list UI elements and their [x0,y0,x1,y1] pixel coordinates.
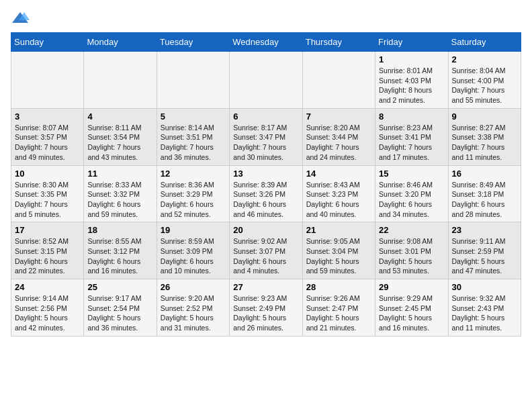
calendar-cell: 30Sunrise: 9:32 AMSunset: 2:43 PMDayligh… [448,279,521,336]
weekday-header-thursday: Thursday [302,33,375,52]
calendar-cell: 4Sunrise: 8:11 AMSunset: 3:54 PMDaylight… [84,108,157,165]
day-info: Sunrise: 9:05 AMSunset: 3:04 PMDaylight:… [306,236,371,276]
day-info: Sunrise: 8:14 AMSunset: 3:51 PMDaylight:… [161,123,226,163]
day-number: 14 [306,169,371,179]
day-info: Sunrise: 8:30 AMSunset: 3:35 PMDaylight:… [15,180,80,220]
day-number: 19 [161,225,226,235]
calendar-cell [230,52,302,109]
day-info: Sunrise: 8:01 AMSunset: 4:03 PMDaylight:… [379,66,444,105]
calendar-cell: 22Sunrise: 9:08 AMSunset: 3:01 PMDayligh… [375,222,448,279]
weekday-header-sunday: Sunday [11,33,84,52]
day-info: Sunrise: 9:14 AMSunset: 2:56 PMDaylight:… [15,293,80,333]
day-info: Sunrise: 8:17 AMSunset: 3:47 PMDaylight:… [233,123,298,163]
weekday-header-monday: Monday [84,33,157,52]
day-number: 6 [233,111,298,122]
day-number: 28 [306,282,371,292]
weekday-header-tuesday: Tuesday [157,33,229,52]
day-number: 15 [379,169,444,179]
calendar-cell: 8Sunrise: 8:23 AMSunset: 3:41 PMDaylight… [375,108,448,165]
calendar-cell: 17Sunrise: 8:52 AMSunset: 3:15 PMDayligh… [11,222,84,279]
day-number: 13 [233,169,298,179]
calendar-table: SundayMondayTuesdayWednesdayThursdayFrid… [11,32,521,336]
day-number: 8 [379,111,444,122]
calendar-cell [84,52,157,109]
day-number: 25 [87,282,152,292]
day-number: 4 [87,111,152,122]
day-number: 12 [161,169,226,179]
calendar-cell: 7Sunrise: 8:20 AMSunset: 3:44 PMDaylight… [302,108,375,165]
calendar-cell: 6Sunrise: 8:17 AMSunset: 3:47 PMDaylight… [230,108,302,165]
day-info: Sunrise: 9:11 AMSunset: 2:59 PMDaylight:… [452,236,517,276]
calendar-cell: 25Sunrise: 9:17 AMSunset: 2:54 PMDayligh… [84,279,157,336]
calendar-cell [11,52,84,109]
day-info: Sunrise: 8:52 AMSunset: 3:15 PMDaylight:… [15,236,80,276]
day-number: 27 [233,282,298,292]
day-info: Sunrise: 8:59 AMSunset: 3:09 PMDaylight:… [161,236,226,276]
calendar-cell: 1Sunrise: 8:01 AMSunset: 4:03 PMDaylight… [375,52,448,109]
day-number: 9 [452,111,517,122]
day-info: Sunrise: 9:32 AMSunset: 2:43 PMDaylight:… [452,293,517,333]
calendar-cell: 9Sunrise: 8:27 AMSunset: 3:38 PMDaylight… [448,108,521,165]
weekday-header-wednesday: Wednesday [230,33,302,52]
calendar-cell: 14Sunrise: 8:43 AMSunset: 3:23 PMDayligh… [302,165,375,222]
calendar-cell: 11Sunrise: 8:33 AMSunset: 3:32 PMDayligh… [84,165,157,222]
day-number: 18 [87,225,152,235]
day-number: 26 [161,282,226,292]
day-info: Sunrise: 9:08 AMSunset: 3:01 PMDaylight:… [379,236,444,276]
calendar-cell: 21Sunrise: 9:05 AMSunset: 3:04 PMDayligh… [302,222,375,279]
day-info: Sunrise: 9:26 AMSunset: 2:47 PMDaylight:… [306,293,371,333]
day-info: Sunrise: 9:20 AMSunset: 2:52 PMDaylight:… [161,293,226,333]
day-info: Sunrise: 8:43 AMSunset: 3:23 PMDaylight:… [306,180,371,220]
day-number: 22 [379,225,444,235]
day-number: 16 [452,169,517,179]
calendar-cell: 18Sunrise: 8:55 AMSunset: 3:12 PMDayligh… [84,222,157,279]
calendar-cell: 28Sunrise: 9:26 AMSunset: 2:47 PMDayligh… [302,279,375,336]
day-number: 2 [452,54,517,64]
logo-icon [11,11,30,26]
calendar-cell: 10Sunrise: 8:30 AMSunset: 3:35 PMDayligh… [11,165,84,222]
calendar-cell: 3Sunrise: 8:07 AMSunset: 3:57 PMDaylight… [11,108,84,165]
day-info: Sunrise: 8:46 AMSunset: 3:20 PMDaylight:… [379,180,444,220]
day-info: Sunrise: 8:55 AMSunset: 3:12 PMDaylight:… [87,236,152,276]
calendar-cell: 24Sunrise: 9:14 AMSunset: 2:56 PMDayligh… [11,279,84,336]
day-number: 1 [379,54,444,64]
day-number: 11 [87,169,152,179]
calendar-cell: 19Sunrise: 8:59 AMSunset: 3:09 PMDayligh… [157,222,229,279]
day-number: 10 [15,169,80,179]
day-info: Sunrise: 8:33 AMSunset: 3:32 PMDaylight:… [87,180,152,220]
day-number: 17 [15,225,80,235]
day-info: Sunrise: 8:20 AMSunset: 3:44 PMDaylight:… [306,123,371,163]
logo [11,11,32,26]
day-info: Sunrise: 9:29 AMSunset: 2:45 PMDaylight:… [379,293,444,333]
calendar-cell: 23Sunrise: 9:11 AMSunset: 2:59 PMDayligh… [448,222,521,279]
day-number: 30 [452,282,517,292]
day-info: Sunrise: 9:02 AMSunset: 3:07 PMDaylight:… [233,236,298,276]
day-info: Sunrise: 9:23 AMSunset: 2:49 PMDaylight:… [233,293,298,333]
day-info: Sunrise: 8:11 AMSunset: 3:54 PMDaylight:… [87,123,152,163]
day-number: 24 [15,282,80,292]
calendar-cell: 29Sunrise: 9:29 AMSunset: 2:45 PMDayligh… [375,279,448,336]
day-number: 7 [306,111,371,122]
calendar-cell [302,52,375,109]
day-number: 20 [233,225,298,235]
day-info: Sunrise: 9:17 AMSunset: 2:54 PMDaylight:… [87,293,152,333]
calendar-cell: 12Sunrise: 8:36 AMSunset: 3:29 PMDayligh… [157,165,229,222]
day-info: Sunrise: 8:04 AMSunset: 4:00 PMDaylight:… [452,66,517,105]
calendar-cell: 13Sunrise: 8:39 AMSunset: 3:26 PMDayligh… [230,165,302,222]
weekday-header-friday: Friday [375,33,448,52]
calendar-cell: 2Sunrise: 8:04 AMSunset: 4:00 PMDaylight… [448,52,521,109]
calendar-cell: 15Sunrise: 8:46 AMSunset: 3:20 PMDayligh… [375,165,448,222]
day-number: 29 [379,282,444,292]
day-info: Sunrise: 8:23 AMSunset: 3:41 PMDaylight:… [379,123,444,163]
header [11,11,521,26]
calendar-cell: 20Sunrise: 9:02 AMSunset: 3:07 PMDayligh… [230,222,302,279]
day-number: 5 [161,111,226,122]
calendar-cell: 27Sunrise: 9:23 AMSunset: 2:49 PMDayligh… [230,279,302,336]
day-info: Sunrise: 8:07 AMSunset: 3:57 PMDaylight:… [15,123,80,163]
calendar-cell: 5Sunrise: 8:14 AMSunset: 3:51 PMDaylight… [157,108,229,165]
day-number: 3 [15,111,80,122]
day-info: Sunrise: 8:36 AMSunset: 3:29 PMDaylight:… [161,180,226,220]
day-info: Sunrise: 8:49 AMSunset: 3:18 PMDaylight:… [452,180,517,220]
calendar-cell [157,52,229,109]
weekday-header-saturday: Saturday [448,33,521,52]
